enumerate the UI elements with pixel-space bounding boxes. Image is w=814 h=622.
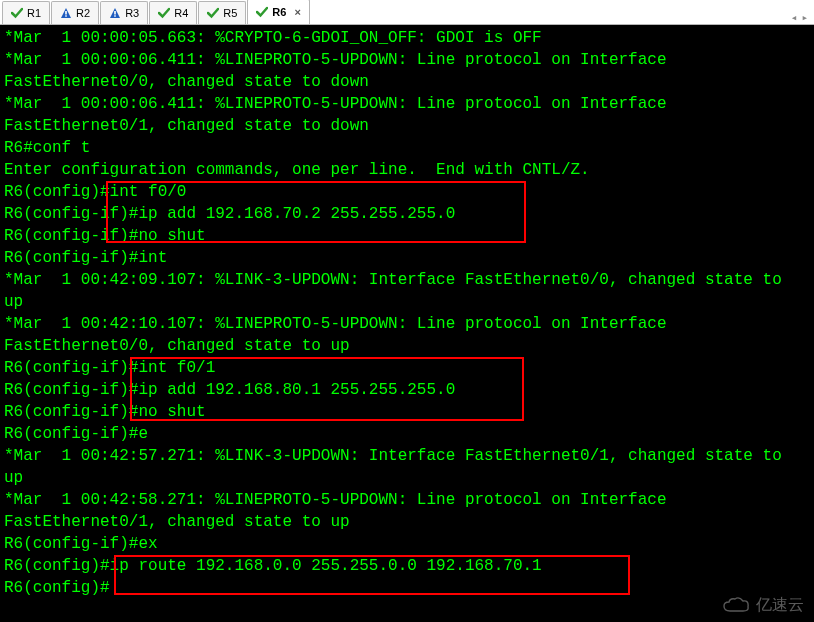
tab-label: R1 — [27, 7, 41, 19]
tab-r1[interactable]: R1 — [2, 1, 50, 24]
check-icon — [158, 7, 170, 19]
check-icon — [11, 7, 23, 19]
tab-r4[interactable]: R4 — [149, 1, 197, 24]
close-icon[interactable]: × — [294, 6, 300, 18]
tab-bar: R1 R2 R3 R4 R5 R6 × ◂ ▸ — [0, 0, 814, 25]
scroll-right-icon[interactable]: ▸ — [801, 11, 808, 24]
svg-rect-1 — [65, 15, 67, 16]
tab-label: R2 — [76, 7, 90, 19]
tab-r6[interactable]: R6 × — [247, 0, 310, 24]
tab-label: R4 — [174, 7, 188, 19]
tab-r3[interactable]: R3 — [100, 1, 148, 24]
tab-r5[interactable]: R5 — [198, 1, 246, 24]
tabbar-scroll: ◂ ▸ — [791, 11, 814, 24]
scroll-left-icon[interactable]: ◂ — [791, 11, 798, 24]
tab-label: R5 — [223, 7, 237, 19]
check-icon — [256, 6, 268, 18]
warn-icon — [60, 7, 72, 19]
svg-rect-3 — [114, 15, 116, 16]
annotation-highlight — [106, 181, 526, 243]
svg-rect-2 — [114, 11, 116, 15]
svg-rect-0 — [65, 11, 67, 15]
warn-icon — [109, 7, 121, 19]
check-icon — [207, 7, 219, 19]
annotation-highlight — [114, 555, 630, 595]
tab-r2[interactable]: R2 — [51, 1, 99, 24]
tab-label: R6 — [272, 6, 286, 18]
terminal-output[interactable]: *Mar 1 00:00:05.663: %CRYPTO-6-GDOI_ON_O… — [0, 25, 814, 622]
tab-label: R3 — [125, 7, 139, 19]
annotation-highlight — [130, 357, 524, 421]
